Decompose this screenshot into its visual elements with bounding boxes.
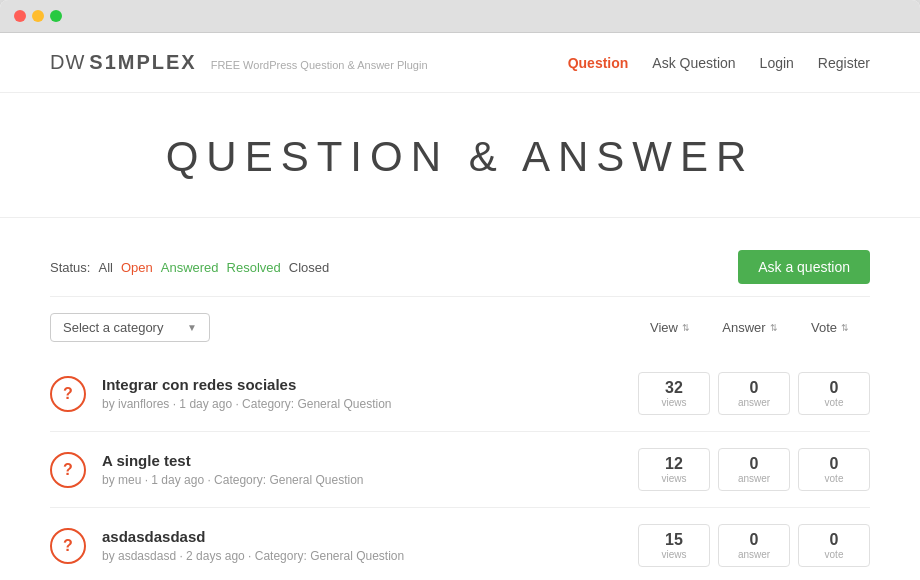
votes-stat: 0 vote xyxy=(798,448,870,491)
status-label: Status: xyxy=(50,260,90,275)
views-stat: 15 views xyxy=(638,524,710,567)
filter-answered[interactable]: Answered xyxy=(161,260,219,275)
question-item: ? Integrar con redes sociales by ivanflo… xyxy=(50,356,870,432)
filter-resolved[interactable]: Resolved xyxy=(227,260,281,275)
category-dropdown[interactable]: Select a category ▼ xyxy=(50,313,210,342)
views-label: views xyxy=(647,473,701,484)
filter-open[interactable]: Open xyxy=(121,260,153,275)
logo-tagline: FREE WordPress Question & Answer Plugin xyxy=(211,59,428,71)
logo: DW S1MPLEX FREE WordPress Question & Ans… xyxy=(50,51,428,74)
question-meta: by asdasdasd · 2 days ago · Category: Ge… xyxy=(102,549,630,563)
logo-dw: DW xyxy=(50,51,85,74)
views-count: 12 xyxy=(647,455,701,473)
views-stat: 12 views xyxy=(638,448,710,491)
answers-count: 0 xyxy=(727,455,781,473)
column-answer[interactable]: Answer ⇅ xyxy=(710,320,790,335)
content-area: Status: All Open Answered Resolved Close… xyxy=(0,218,920,580)
votes-count: 0 xyxy=(807,531,861,549)
maximize-dot[interactable] xyxy=(50,10,62,22)
nav-register[interactable]: Register xyxy=(818,55,870,71)
views-label: views xyxy=(647,549,701,560)
nav-login[interactable]: Login xyxy=(760,55,794,71)
filter-row: Select a category ▼ View ⇅ Answer ⇅ Vote… xyxy=(50,313,870,342)
question-stats: 15 views 0 answer 0 vote xyxy=(630,524,870,567)
logo-simplex: S1MPLEX xyxy=(89,51,196,74)
question-title[interactable]: A single test xyxy=(102,452,630,469)
views-count: 32 xyxy=(647,379,701,397)
votes-count: 0 xyxy=(807,379,861,397)
minimize-dot[interactable] xyxy=(32,10,44,22)
filter-all[interactable]: All xyxy=(98,260,112,275)
question-stats: 32 views 0 answer 0 vote xyxy=(630,372,870,415)
page: DW S1MPLEX FREE WordPress Question & Ans… xyxy=(0,33,920,580)
filter-closed[interactable]: Closed xyxy=(289,260,329,275)
question-content: Integrar con redes sociales by ivanflore… xyxy=(102,376,630,411)
column-vote[interactable]: Vote ⇅ xyxy=(790,320,870,335)
column-view[interactable]: View ⇅ xyxy=(630,320,710,335)
sort-icon-answer: ⇅ xyxy=(770,323,778,333)
chevron-down-icon: ▼ xyxy=(187,322,197,333)
hero-section: QUESTION & ANSWER xyxy=(0,93,920,218)
votes-stat: 0 vote xyxy=(798,372,870,415)
views-count: 15 xyxy=(647,531,701,549)
answers-label: answer xyxy=(727,397,781,408)
votes-stat: 0 vote xyxy=(798,524,870,567)
question-title[interactable]: Integrar con redes sociales xyxy=(102,376,630,393)
page-title: QUESTION & ANSWER xyxy=(0,133,920,181)
votes-label: vote xyxy=(807,397,861,408)
category-selected-value: Select a category xyxy=(63,320,163,335)
column-headers: View ⇅ Answer ⇅ Vote ⇅ xyxy=(630,320,870,335)
status-filters: Status: All Open Answered Resolved Close… xyxy=(50,260,329,275)
question-icon: ? xyxy=(50,452,86,488)
nav-ask-question[interactable]: Ask Question xyxy=(652,55,735,71)
answers-stat: 0 answer xyxy=(718,372,790,415)
question-stats: 12 views 0 answer 0 vote xyxy=(630,448,870,491)
answers-stat: 0 answer xyxy=(718,448,790,491)
votes-label: vote xyxy=(807,473,861,484)
question-icon: ? xyxy=(50,528,86,564)
header: DW S1MPLEX FREE WordPress Question & Ans… xyxy=(0,33,920,93)
question-meta: by ivanflores · 1 day ago · Category: Ge… xyxy=(102,397,630,411)
browser-chrome xyxy=(0,0,920,33)
question-item: ? asdasdasdasd by asdasdasd · 2 days ago… xyxy=(50,508,870,580)
question-icon: ? xyxy=(50,376,86,412)
main-nav: Question Ask Question Login Register xyxy=(568,55,870,71)
sort-icon-view: ⇅ xyxy=(682,323,690,333)
sort-icon-vote: ⇅ xyxy=(841,323,849,333)
nav-question[interactable]: Question xyxy=(568,55,629,71)
question-title[interactable]: asdasdasdasd xyxy=(102,528,630,545)
ask-question-button[interactable]: Ask a question xyxy=(738,250,870,284)
status-bar: Status: All Open Answered Resolved Close… xyxy=(50,238,870,297)
browser-window: DW S1MPLEX FREE WordPress Question & Ans… xyxy=(0,0,920,580)
views-stat: 32 views xyxy=(638,372,710,415)
question-content: A single test by meu · 1 day ago · Categ… xyxy=(102,452,630,487)
question-content: asdasdasdasd by asdasdasd · 2 days ago ·… xyxy=(102,528,630,563)
answers-count: 0 xyxy=(727,379,781,397)
views-label: views xyxy=(647,397,701,408)
votes-count: 0 xyxy=(807,455,861,473)
question-list: ? Integrar con redes sociales by ivanflo… xyxy=(50,356,870,580)
question-meta: by meu · 1 day ago · Category: General Q… xyxy=(102,473,630,487)
answers-stat: 0 answer xyxy=(718,524,790,567)
question-item: ? A single test by meu · 1 day ago · Cat… xyxy=(50,432,870,508)
answers-label: answer xyxy=(727,549,781,560)
close-dot[interactable] xyxy=(14,10,26,22)
answers-label: answer xyxy=(727,473,781,484)
votes-label: vote xyxy=(807,549,861,560)
answers-count: 0 xyxy=(727,531,781,549)
